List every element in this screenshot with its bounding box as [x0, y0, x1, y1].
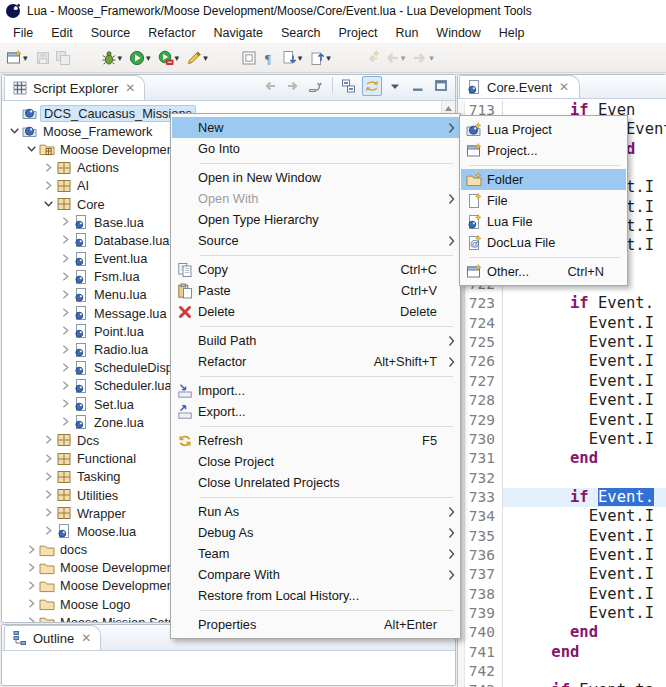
chevron-right-icon[interactable] — [59, 361, 73, 375]
link-editor-button[interactable] — [362, 76, 382, 96]
menu-item-run-as[interactable]: Run As — [172, 501, 459, 522]
code-line[interactable]: 741 end — [458, 643, 666, 662]
last-edit-location-button[interactable] — [362, 48, 382, 68]
menu-item-copy[interactable]: CopyCtrl+C — [172, 259, 459, 280]
back-button[interactable]: ▾ — [382, 48, 411, 68]
chevron-right-icon[interactable] — [42, 452, 56, 466]
menubar-source[interactable]: Source — [82, 23, 140, 43]
line-number[interactable]: 731 — [465, 449, 503, 468]
dropdown-caret-icon[interactable]: ▾ — [429, 53, 434, 63]
new-wizard-button[interactable]: ▾ — [4, 48, 33, 68]
tab-core-event[interactable]: Core.Event ✕ — [459, 75, 580, 98]
chevron-right-icon[interactable] — [59, 306, 73, 320]
tree-up-button[interactable] — [306, 76, 326, 96]
submenu-item-project[interactable]: Project... — [461, 140, 626, 161]
chevron-right-icon[interactable] — [59, 397, 73, 411]
save-button[interactable] — [33, 48, 53, 68]
menu-item-properties[interactable]: PropertiesAlt+Enter — [172, 614, 459, 635]
close-icon[interactable]: ✕ — [81, 631, 91, 645]
line-number[interactable]: 725 — [465, 333, 503, 352]
chevron-right-icon[interactable] — [59, 379, 73, 393]
line-number[interactable]: 734 — [465, 507, 503, 526]
tree-forward-button[interactable] — [283, 76, 303, 96]
chevron-right-icon[interactable] — [42, 179, 56, 193]
submenu-item-doclua-file[interactable]: @DocLua File — [461, 232, 626, 253]
submenu-item-other[interactable]: Other...Ctrl+N — [461, 261, 626, 282]
show-whitespace-button[interactable]: ¶ — [259, 48, 279, 68]
code-line[interactable]: 738 Event.I — [458, 585, 666, 604]
code-line[interactable]: 734 Event.I — [458, 507, 666, 526]
line-number[interactable]: 743 — [465, 681, 503, 687]
annotation-ruler[interactable] — [458, 681, 465, 687]
debug-button[interactable]: ▾ — [99, 48, 128, 68]
chevron-right-icon[interactable] — [25, 543, 39, 557]
chevron-right-icon[interactable] — [25, 615, 39, 622]
menu-item-refactor[interactable]: RefactorAlt+Shift+T — [172, 351, 459, 372]
annotation-ruler[interactable] — [458, 643, 465, 662]
chevron-right-icon[interactable] — [59, 324, 73, 338]
chevron-right-icon[interactable] — [42, 506, 56, 520]
menu-item-build-path[interactable]: Build Path — [172, 330, 459, 351]
dropdown-caret-icon[interactable]: ▾ — [118, 53, 123, 63]
maximize-button[interactable] — [431, 76, 451, 96]
dropdown-caret-icon[interactable]: ▾ — [23, 53, 28, 63]
chevron-right-icon[interactable] — [59, 270, 73, 284]
code-line[interactable]: 725 Event.I — [458, 333, 666, 352]
code-line[interactable]: 726 Event.I — [458, 352, 666, 371]
mark-occurrences-button[interactable] — [239, 48, 259, 68]
menubar-search[interactable]: Search — [272, 23, 330, 43]
dropdown-caret-icon[interactable]: ▾ — [326, 53, 331, 63]
code-line[interactable]: 728 Event.I — [458, 391, 666, 410]
menubar-help[interactable]: Help — [490, 23, 534, 43]
menu-item-go-into[interactable]: Go Into — [172, 138, 459, 159]
line-number[interactable]: 724 — [465, 314, 503, 333]
code-line[interactable]: 736 Event.I — [458, 546, 666, 565]
line-number[interactable]: 727 — [465, 372, 503, 391]
chevron-right-icon[interactable] — [59, 415, 73, 429]
menubar-edit[interactable]: Edit — [42, 23, 82, 43]
tab-script-explorer[interactable]: Script Explorer ✕ — [4, 75, 145, 100]
line-number[interactable]: 742 — [465, 662, 503, 681]
dropdown-caret-icon[interactable]: ▾ — [146, 53, 151, 63]
line-number[interactable]: 728 — [465, 391, 503, 410]
menubar-file[interactable]: File — [4, 23, 42, 43]
dropdown-caret-icon[interactable]: ▾ — [203, 53, 208, 63]
submenu-item-file[interactable]: File — [461, 190, 626, 211]
save-all-button[interactable] — [53, 48, 73, 68]
code-line[interactable]: 730 Event.I — [458, 430, 666, 449]
chevron-right-icon[interactable] — [25, 597, 39, 611]
chevron-right-icon[interactable] — [59, 233, 73, 247]
forward-button[interactable]: ▾ — [410, 48, 439, 68]
chevron-right-icon[interactable] — [42, 433, 56, 447]
line-number[interactable]: 730 — [465, 430, 503, 449]
code-line[interactable]: 729 Event.I — [458, 411, 666, 430]
code-line[interactable]: 739 Event.I — [458, 604, 666, 623]
chevron-right-icon[interactable] — [42, 161, 56, 175]
chevron-down-icon[interactable] — [8, 124, 22, 138]
menu-item-compare-with[interactable]: Compare With — [172, 564, 459, 585]
code-line[interactable]: 723 if Event. — [458, 294, 666, 313]
menu-item-close-unrelated-projects[interactable]: Close Unrelated Projects — [172, 472, 459, 493]
line-number[interactable]: 738 — [465, 585, 503, 604]
external-tools-button[interactable]: ▾ — [184, 48, 213, 68]
menu-item-open-with[interactable]: Open With — [172, 188, 459, 209]
menu-item-open-in-new-window[interactable]: Open in New Window — [172, 167, 459, 188]
next-annotation-button[interactable]: ▾ — [279, 48, 308, 68]
chevron-right-icon[interactable] — [59, 215, 73, 229]
menubar-navigate[interactable]: Navigate — [205, 23, 272, 43]
menubar-refactor[interactable]: Refactor — [139, 23, 204, 43]
line-number[interactable]: 735 — [465, 527, 503, 546]
run-coverage-button[interactable]: ▾ — [156, 48, 185, 68]
close-icon[interactable]: ✕ — [125, 81, 135, 95]
menu-item-refresh[interactable]: RefreshF5 — [172, 430, 459, 451]
menu-item-delete[interactable]: DeleteDelete — [172, 301, 459, 322]
menu-item-export[interactable]: Export... — [172, 401, 459, 422]
menu-item-team[interactable]: Team — [172, 543, 459, 564]
collapse-all-button[interactable] — [339, 76, 359, 96]
menu-item-paste[interactable]: PasteCtrl+V — [172, 280, 459, 301]
code-line[interactable]: 740 end — [458, 623, 666, 642]
run-button[interactable]: ▾ — [127, 48, 156, 68]
chevron-right-icon[interactable] — [59, 288, 73, 302]
line-number[interactable]: 740 — [465, 623, 503, 642]
code-line[interactable]: 743 if Event.ta — [458, 681, 666, 687]
